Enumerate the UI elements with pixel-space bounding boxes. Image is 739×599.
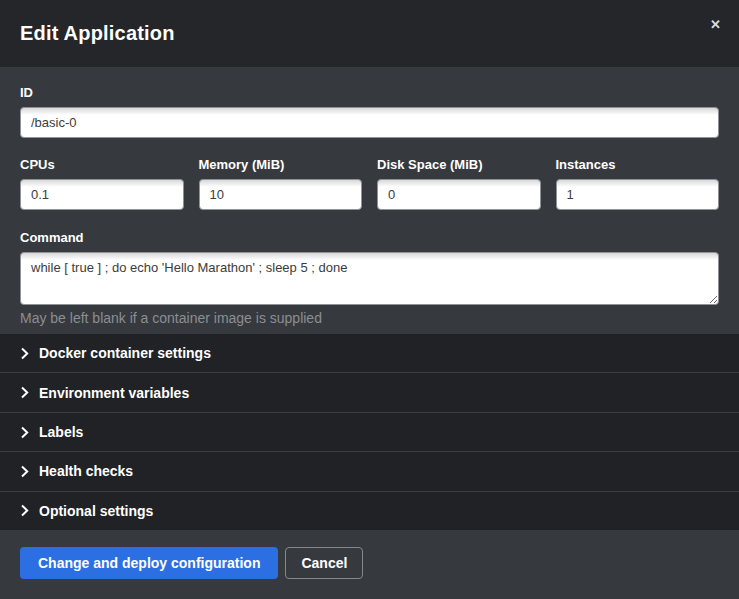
edit-application-modal: Edit Application ✕ ID CPUs Memory (MiB) … xyxy=(0,0,739,599)
chevron-right-icon xyxy=(20,504,29,517)
section-label: Environment variables xyxy=(39,385,189,401)
chevron-right-icon xyxy=(20,465,29,478)
cpus-input[interactable] xyxy=(20,179,184,210)
section-label: Health checks xyxy=(39,463,133,479)
instances-input[interactable] xyxy=(556,179,720,210)
resources-row: CPUs Memory (MiB) Disk Space (MiB) Insta… xyxy=(20,157,719,210)
command-label: Command xyxy=(20,230,719,245)
modal-title: Edit Application xyxy=(20,22,175,45)
section-label: Labels xyxy=(39,424,83,440)
instances-field-group: Instances xyxy=(556,157,720,210)
chevron-right-icon xyxy=(20,426,29,439)
memory-field-group: Memory (MiB) xyxy=(199,157,363,210)
command-help-text: May be left blank if a container image i… xyxy=(20,310,719,326)
disk-input[interactable] xyxy=(377,179,541,210)
command-input[interactable]: while [ true ] ; do echo 'Hello Marathon… xyxy=(20,252,719,305)
close-icon[interactable]: ✕ xyxy=(706,14,725,35)
memory-label: Memory (MiB) xyxy=(199,157,363,172)
section-label: Optional settings xyxy=(39,503,153,519)
chevron-right-icon xyxy=(20,347,29,360)
modal-header: Edit Application ✕ xyxy=(0,0,739,67)
memory-input[interactable] xyxy=(199,179,363,210)
disk-label: Disk Space (MiB) xyxy=(377,157,541,172)
disk-field-group: Disk Space (MiB) xyxy=(377,157,541,210)
id-field-group: ID xyxy=(20,85,719,138)
cpus-field-group: CPUs xyxy=(20,157,184,210)
id-label: ID xyxy=(20,85,719,100)
section-health-checks[interactable]: Health checks xyxy=(0,452,739,491)
modal-footer: Change and deploy configuration Cancel xyxy=(0,530,739,599)
section-label: Docker container settings xyxy=(39,345,211,361)
section-labels[interactable]: Labels xyxy=(0,413,739,452)
edit-application-form: ID CPUs Memory (MiB) Disk Space (MiB) In… xyxy=(0,67,739,334)
cpus-label: CPUs xyxy=(20,157,184,172)
id-input[interactable] xyxy=(20,107,719,138)
instances-label: Instances xyxy=(556,157,720,172)
cancel-button[interactable]: Cancel xyxy=(285,547,363,579)
command-field-group: Command while [ true ] ; do echo 'Hello … xyxy=(20,230,719,326)
chevron-right-icon xyxy=(20,386,29,399)
collapsible-sections: Docker container settings Environment va… xyxy=(0,334,739,530)
change-and-deploy-button[interactable]: Change and deploy configuration xyxy=(20,547,278,579)
section-docker-container-settings[interactable]: Docker container settings xyxy=(0,334,739,373)
section-optional-settings[interactable]: Optional settings xyxy=(0,492,739,530)
section-environment-variables[interactable]: Environment variables xyxy=(0,373,739,412)
